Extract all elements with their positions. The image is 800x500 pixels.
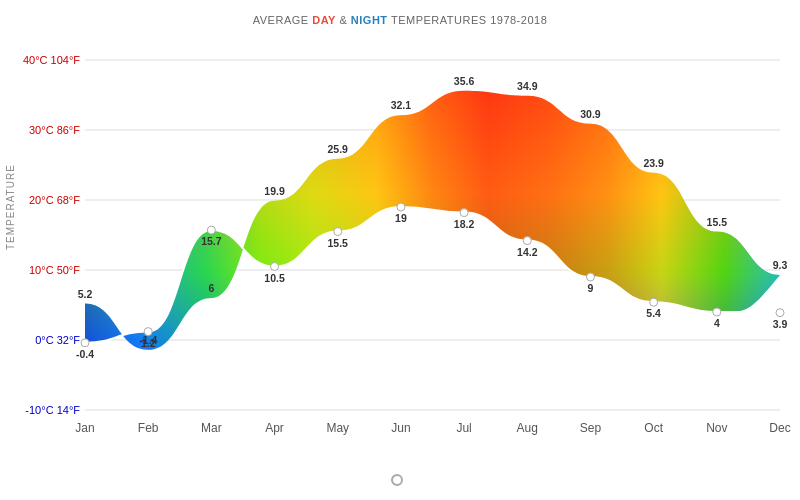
chart-legend <box>391 474 409 486</box>
svg-text:Aug: Aug <box>517 421 538 435</box>
svg-text:Apr: Apr <box>265 421 284 435</box>
svg-point-16 <box>334 228 342 236</box>
svg-text:9: 9 <box>588 282 594 294</box>
svg-point-22 <box>713 308 721 316</box>
svg-text:Jun: Jun <box>391 421 410 435</box>
svg-text:18.2: 18.2 <box>454 218 475 230</box>
svg-text:May: May <box>326 421 349 435</box>
svg-text:Sep: Sep <box>580 421 602 435</box>
svg-text:Dec: Dec <box>769 421 790 435</box>
svg-text:30.9: 30.9 <box>580 108 601 120</box>
svg-text:Jan: Jan <box>75 421 94 435</box>
svg-text:10.5: 10.5 <box>264 272 285 284</box>
svg-text:15.5: 15.5 <box>707 216 728 228</box>
svg-text:30°C 86°F: 30°C 86°F <box>29 124 80 136</box>
svg-text:6: 6 <box>208 282 214 294</box>
svg-text:-1.4: -1.4 <box>139 334 157 346</box>
svg-point-19 <box>523 237 531 245</box>
svg-text:14.2: 14.2 <box>517 246 538 258</box>
legend-dot <box>391 474 403 486</box>
svg-text:10°C 50°F: 10°C 50°F <box>29 264 80 276</box>
svg-text:-10°C 14°F: -10°C 14°F <box>25 404 80 416</box>
svg-text:Oct: Oct <box>644 421 663 435</box>
svg-point-23 <box>776 309 784 317</box>
svg-text:9.3: 9.3 <box>773 259 788 271</box>
svg-text:15.5: 15.5 <box>328 237 349 249</box>
svg-text:Nov: Nov <box>706 421 727 435</box>
svg-text:4: 4 <box>714 317 720 329</box>
svg-text:-0.4: -0.4 <box>76 348 94 360</box>
svg-text:32.1: 32.1 <box>391 99 412 111</box>
svg-text:19.9: 19.9 <box>264 185 285 197</box>
svg-text:3.9: 3.9 <box>773 318 788 330</box>
chart-container: AVERAGE DAY & NIGHT TEMPERATURES 1978-20… <box>0 0 800 500</box>
svg-point-18 <box>460 209 468 217</box>
svg-text:23.9: 23.9 <box>643 157 664 169</box>
svg-text:19: 19 <box>395 212 407 224</box>
svg-text:Feb: Feb <box>138 421 159 435</box>
svg-text:TEMPERATURE: TEMPERATURE <box>5 164 16 250</box>
svg-text:5.4: 5.4 <box>646 307 661 319</box>
svg-text:25.9: 25.9 <box>328 143 349 155</box>
svg-point-21 <box>650 298 658 306</box>
temperature-chart: 40°C 104°F30°C 86°F20°C 68°F10°C 50°F0°C… <box>0 0 800 500</box>
svg-point-20 <box>586 273 594 281</box>
svg-text:35.6: 35.6 <box>454 75 475 87</box>
svg-point-15 <box>271 263 279 271</box>
svg-point-17 <box>397 203 405 211</box>
svg-text:Mar: Mar <box>201 421 222 435</box>
svg-text:Jul: Jul <box>456 421 471 435</box>
svg-text:5.2: 5.2 <box>78 288 93 300</box>
svg-text:34.9: 34.9 <box>517 80 538 92</box>
svg-text:20°C 68°F: 20°C 68°F <box>29 194 80 206</box>
svg-point-14 <box>207 226 215 234</box>
svg-text:0°C 32°F: 0°C 32°F <box>35 334 80 346</box>
svg-point-12 <box>81 339 89 347</box>
svg-text:15.7: 15.7 <box>201 235 222 247</box>
svg-text:40°C 104°F: 40°C 104°F <box>23 54 80 66</box>
